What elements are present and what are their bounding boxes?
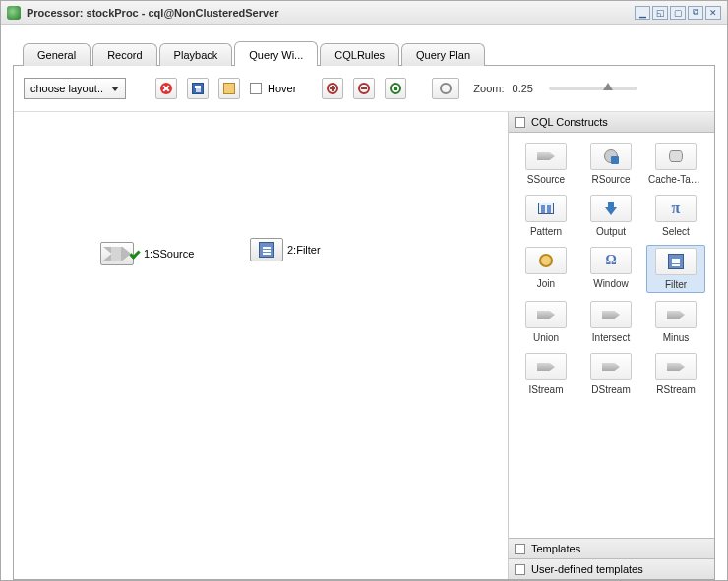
- window-title: Processor: stockProc - cql@NonClusteredS…: [27, 7, 635, 19]
- arrow-icon: [537, 311, 555, 319]
- maximize-button[interactable]: ▢: [670, 6, 686, 20]
- zoom-in-button[interactable]: [322, 78, 343, 99]
- zoom-fit-icon: [390, 83, 401, 94]
- chevron-down-icon: [111, 87, 119, 91]
- layout-select[interactable]: choose layout..: [24, 78, 126, 99]
- restore-button[interactable]: ◱: [652, 6, 668, 20]
- rsource-icon: [604, 149, 618, 163]
- collapse-icon: [515, 117, 525, 128]
- tab-label: Query Wi...: [249, 49, 303, 61]
- construct-intersect[interactable]: Intersect: [581, 299, 640, 345]
- construct-label: DStream: [583, 384, 638, 395]
- construct-select[interactable]: πSelect: [646, 193, 705, 239]
- tab-label: Record: [107, 49, 142, 61]
- zoom-in-icon: [327, 83, 338, 94]
- construct-cache-table[interactable]: Cache-Table: [646, 141, 705, 187]
- arrow-icon: [602, 363, 620, 371]
- construct-label: Output: [583, 226, 638, 237]
- zoom-box-button[interactable]: [432, 78, 459, 99]
- cancel-icon: [160, 83, 172, 94]
- filter-icon: [259, 242, 274, 258]
- collapse-icon: [515, 544, 525, 554]
- ssource-icon: [103, 247, 131, 261]
- hover-label: Hover: [268, 83, 296, 94]
- construct-label: Cache-Table: [648, 174, 703, 185]
- arrow-icon: [667, 363, 685, 371]
- tab-label: Query Plan: [416, 49, 470, 61]
- construct-label: Join: [518, 278, 574, 289]
- zoom-fit-button[interactable]: [385, 78, 406, 99]
- node-label: 1:SSource: [144, 248, 194, 260]
- construct-rsource[interactable]: RSource: [581, 141, 640, 187]
- section-label: User-defined templates: [531, 563, 643, 575]
- database-icon: [669, 150, 683, 162]
- construct-union[interactable]: Union: [516, 299, 576, 345]
- tab-label: General: [37, 49, 76, 61]
- save-icon: [192, 83, 204, 94]
- zoom-value: 0.25: [513, 83, 533, 94]
- construct-label: Minus: [648, 332, 703, 343]
- construct-dstream[interactable]: DStream: [581, 351, 640, 397]
- construct-label: Pattern: [518, 226, 574, 237]
- close-button[interactable]: ✕: [705, 6, 721, 20]
- palette-section-templates[interactable]: Templates: [509, 538, 714, 558]
- pi-icon: π: [672, 200, 681, 217]
- construct-label: SSource: [518, 174, 574, 185]
- minimize-button[interactable]: ▁: [635, 6, 650, 20]
- titlebar: Processor: stockProc - cql@NonClusteredS…: [1, 1, 727, 25]
- hover-checkbox[interactable]: [250, 83, 262, 94]
- zoom-slider[interactable]: [549, 87, 637, 90]
- construct-filter[interactable]: Filter: [646, 245, 705, 293]
- tab-label: CQLRules: [334, 49, 385, 61]
- arrow-icon: [537, 152, 555, 160]
- node-filter[interactable]: 2:Filter: [250, 238, 321, 261]
- construct-ssource[interactable]: SSource: [516, 141, 576, 187]
- join-icon: [539, 254, 553, 267]
- delete-button[interactable]: [155, 78, 177, 99]
- grid-button[interactable]: [218, 78, 240, 99]
- zoom-out-button[interactable]: [353, 78, 375, 99]
- construct-label: IStream: [518, 384, 574, 395]
- tab-cqlrules[interactable]: CQLRules: [320, 43, 399, 66]
- palette-header[interactable]: CQL Constructs: [509, 112, 714, 133]
- app-icon: [7, 6, 21, 20]
- arrow-icon: [602, 311, 620, 319]
- section-label: Templates: [531, 543, 580, 554]
- tab-query-plan[interactable]: Query Plan: [401, 43, 485, 66]
- zoom-label: Zoom:: [473, 83, 504, 94]
- palette-section-user-templates[interactable]: User-defined templates: [509, 558, 714, 579]
- construct-label: RSource: [583, 174, 638, 185]
- tab-record[interactable]: Record: [92, 43, 156, 66]
- collapse-icon: [515, 564, 525, 575]
- construct-window[interactable]: ΩWindow: [581, 245, 640, 293]
- tab-label: Playback: [174, 49, 218, 61]
- zoom-box-icon: [440, 83, 452, 94]
- construct-output[interactable]: Output: [581, 193, 640, 239]
- node-ssource[interactable]: 1:SSource: [100, 242, 194, 265]
- grid-icon: [223, 83, 235, 94]
- construct-pattern[interactable]: Pattern: [516, 193, 576, 239]
- tab-playback[interactable]: Playback: [159, 43, 233, 66]
- arrow-icon: [537, 363, 555, 371]
- construct-rstream[interactable]: RStream: [646, 351, 705, 397]
- layout-select-label: choose layout..: [30, 83, 103, 94]
- construct-label: RStream: [648, 384, 703, 395]
- dock-button[interactable]: ⧉: [688, 6, 703, 20]
- construct-label: Window: [583, 278, 638, 289]
- palette-title: CQL Constructs: [531, 116, 608, 128]
- node-label: 2:Filter: [287, 244, 321, 256]
- construct-label: Intersect: [583, 332, 638, 343]
- construct-label: Select: [648, 226, 703, 237]
- construct-istream[interactable]: IStream: [516, 351, 576, 397]
- tabstrip: General Record Playback Query Wi... CQLR…: [13, 40, 715, 65]
- tab-query-wizard[interactable]: Query Wi...: [234, 41, 318, 66]
- construct-label: Filter: [649, 279, 702, 290]
- construct-join[interactable]: Join: [516, 245, 576, 293]
- construct-label: Union: [518, 332, 574, 343]
- save-button[interactable]: [187, 78, 209, 99]
- construct-minus[interactable]: Minus: [646, 299, 705, 345]
- tab-general[interactable]: General: [23, 43, 91, 66]
- canvas[interactable]: 1:SSource 2:Filter: [14, 112, 508, 579]
- toolbar: choose layout.. Hover Zoom:: [14, 66, 714, 112]
- zoom-out-icon: [358, 83, 370, 94]
